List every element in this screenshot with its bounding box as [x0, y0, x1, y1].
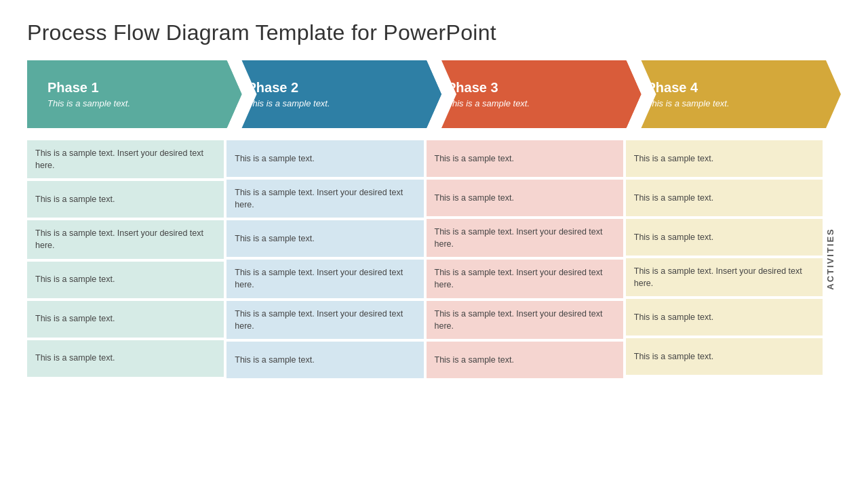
table-row: This is a sample text. Insert your desir…: [226, 260, 423, 298]
table-row: This is a sample text.: [226, 342, 423, 378]
table-row: This is a sample text. Insert your desir…: [427, 260, 623, 298]
table-row: This is a sample text.: [27, 340, 224, 377]
table-row: This is a sample text.: [626, 299, 823, 336]
table-row: This is a sample text.: [27, 181, 224, 218]
activities-label: ACTIVITIES: [823, 140, 841, 378]
grid-col-3: This is a sample text.This is a sample t…: [427, 140, 626, 378]
chevron-banner: Phase 1 This is a sample text. Phase 2 T…: [27, 60, 841, 128]
table-row: This is a sample text. Insert your desir…: [427, 301, 623, 339]
phase1-sub: This is a sample text.: [47, 98, 222, 108]
main-content: This is a sample text. Insert your desir…: [27, 140, 841, 378]
table-row: This is a sample text. Insert your desir…: [27, 220, 224, 258]
phase3-title: Phase 3: [447, 80, 621, 96]
table-row: This is a sample text.: [226, 140, 423, 177]
table-row: This is a sample text.: [226, 220, 423, 257]
table-row: This is a sample text. Insert your desir…: [626, 258, 823, 296]
phase4-chevron: Phase 4 This is a sample text.: [627, 60, 842, 128]
phase4-sub: This is a sample text.: [647, 98, 821, 108]
phase2-title: Phase 2: [248, 80, 422, 96]
phase3-sub: This is a sample text.: [447, 98, 621, 108]
grid-col-4: This is a sample text.This is a sample t…: [626, 140, 823, 378]
table-row: This is a sample text.: [626, 338, 823, 375]
table-row: This is a sample text. Insert your desir…: [226, 180, 423, 218]
table-row: This is a sample text.: [626, 140, 823, 177]
data-grid: This is a sample text. Insert your desir…: [27, 140, 823, 378]
table-row: This is a sample text.: [27, 262, 224, 298]
grid-col-2: This is a sample text.This is a sample t…: [226, 140, 426, 378]
table-row: This is a sample text. Insert your desir…: [226, 301, 423, 339]
table-row: This is a sample text.: [626, 180, 823, 216]
phase2-sub: This is a sample text.: [248, 98, 422, 108]
table-row: This is a sample text.: [427, 140, 623, 177]
table-row: This is a sample text. Insert your desir…: [27, 140, 224, 178]
phase4-title: Phase 4: [647, 80, 821, 96]
page-title: Process Flow Diagram Template for PowerP…: [27, 20, 841, 45]
phase2-chevron: Phase 2 This is a sample text.: [227, 60, 442, 128]
phase1-chevron: Phase 1 This is a sample text.: [27, 60, 242, 128]
grid-col-1: This is a sample text. Insert your desir…: [27, 140, 226, 378]
table-row: This is a sample text. Insert your desir…: [427, 219, 623, 257]
table-row: This is a sample text.: [626, 219, 823, 256]
phase3-chevron: Phase 3 This is a sample text.: [427, 60, 642, 128]
phase1-title: Phase 1: [47, 80, 222, 96]
table-row: This is a sample text.: [27, 301, 224, 338]
table-row: This is a sample text.: [427, 180, 623, 216]
table-row: This is a sample text.: [427, 342, 623, 378]
